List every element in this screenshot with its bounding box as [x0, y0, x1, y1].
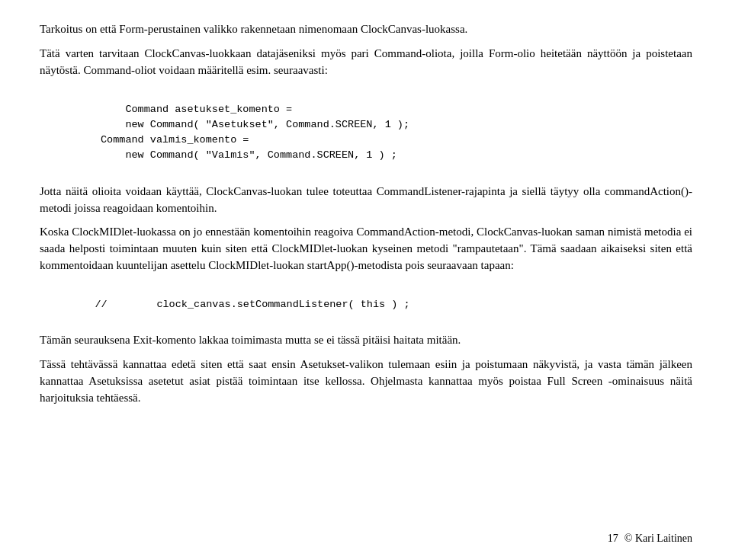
paragraph-2-start: Tätä varten tarvitaan ClockCanvas-luokka…: [40, 46, 692, 79]
code-line-4: new Command( "Valmis", Command.SCREEN, 1…: [101, 149, 397, 161]
code-line-2: new Command( "Asetukset", Command.SCREEN…: [101, 119, 409, 130]
code-line-comment: // clock_canvas.setCommandListener( this…: [95, 299, 409, 310]
code-line-3: Command valmis_komento =: [101, 134, 249, 146]
code-line-1: Command asetukset_komento =: [125, 104, 292, 115]
paragraph-1: Tarkoitus on että Form-perustainen valik…: [40, 21, 692, 38]
paragraph-6: Tässä tehtävässä kannattaa edetä siten e…: [40, 357, 692, 406]
paragraph-5: Tämän seurauksena Exit-komento lakkaa to…: [40, 332, 692, 349]
page-container: Tarkoitus on että Form-perustainen valik…: [0, 0, 732, 560]
author-name: © Kari Laitinen: [624, 531, 692, 546]
code-block-1: Command asetukset_komento = new Command(…: [101, 86, 692, 179]
paragraph-3: Jotta näitä olioita voidaan käyttää, Clo…: [40, 184, 692, 217]
paragraph-4: Koska ClockMIDlet-luokassa on jo ennestä…: [40, 224, 692, 274]
footer: 17 © Kari Laitinen: [608, 531, 692, 546]
page-number: 17: [608, 531, 618, 546]
code-block-2: // clock_canvas.setCommandListener( this…: [70, 282, 692, 328]
